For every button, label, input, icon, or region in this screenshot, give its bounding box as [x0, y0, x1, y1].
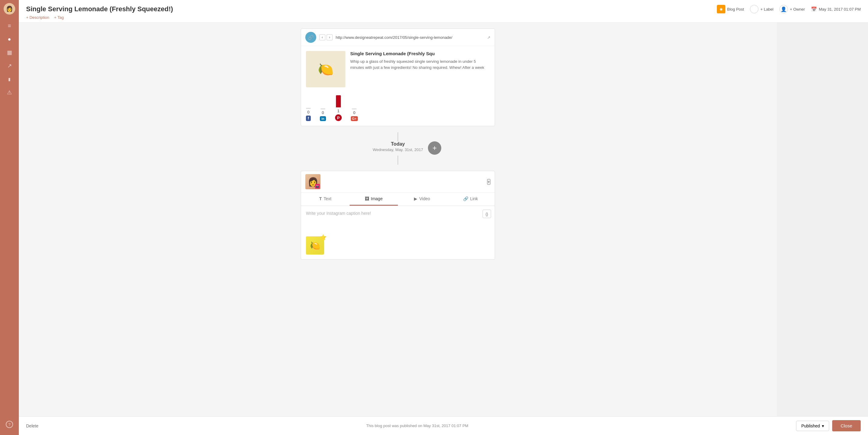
blog-post-button[interactable]: ◉ Blog Post: [717, 5, 744, 13]
blog-post-description: Whip up a glass of freshly squeezed sing…: [350, 59, 490, 70]
blog-post-heading: Single Serving Lemonade (Freshly Squ: [350, 51, 490, 56]
sidebar-icon-list[interactable]: ≡: [4, 20, 15, 32]
alert-icon: ⚠: [7, 89, 12, 96]
pinterest-bar: [336, 95, 341, 107]
external-link-icon[interactable]: ↗: [487, 35, 491, 40]
delete-button[interactable]: Delete: [26, 422, 38, 430]
pinterest-bar-container: [336, 92, 341, 107]
blog-post-text-area: Single Serving Lemonade (Freshly Squ Whi…: [350, 51, 490, 87]
tab-link[interactable]: 🔗 Link: [446, 193, 495, 206]
nav-arrows: ‹ ›: [319, 34, 333, 40]
facebook-bar: [306, 108, 311, 109]
pinterest-count: 1: [337, 109, 339, 113]
stat-linkedin: 0 in: [320, 94, 326, 121]
timeline-today: Today Wednesday, May. 31st, 2017 +: [373, 141, 423, 156]
timeline-line-bottom: [398, 156, 398, 165]
published-label: Published: [801, 424, 820, 428]
stat-pinterest: 1 P: [335, 92, 342, 121]
blog-post-image: 🍋: [306, 51, 345, 87]
date-button[interactable]: 📅 May 31, 2017 01:07 PM: [811, 6, 861, 12]
dropdown-chevron-icon: ▾: [822, 424, 824, 428]
add-tag-link[interactable]: + Tag: [54, 15, 64, 20]
timeline-line-top: [398, 132, 398, 141]
caption-placeholder: Write your Instagram caption here!: [306, 211, 371, 216]
stat-facebook: 0 f: [306, 94, 311, 121]
link-icon: 🔗: [305, 32, 316, 43]
label-icon: [750, 5, 758, 13]
image-thumbnail: 🍋 ⭐: [306, 236, 324, 255]
variable-insert-button[interactable]: {}: [483, 210, 491, 218]
prev-arrow[interactable]: ‹: [319, 34, 326, 40]
video-tab-icon: ▶: [414, 196, 417, 201]
tab-text[interactable]: T Text: [301, 193, 350, 206]
content-area: 🔗 ‹ › http://www.designeatrepeat.com/201…: [19, 23, 868, 416]
url-bar: 🔗 ‹ › http://www.designeatrepeat.com/201…: [301, 29, 495, 46]
instagram-card: 👩 📷 ▾ T Text 🖼 Image: [301, 171, 495, 260]
header: Single Serving Lemonade (Freshly Squeeze…: [19, 0, 868, 23]
tab-image[interactable]: 🖼 Image: [350, 193, 398, 206]
right-panel: [777, 23, 868, 416]
tab-video[interactable]: ▶ Video: [398, 193, 446, 206]
sidebar-icon-help[interactable]: ?: [4, 419, 15, 430]
star-badge: ⭐: [320, 234, 327, 240]
instagram-avatar: 👩 📷: [305, 174, 320, 189]
add-description-link[interactable]: + Description: [26, 15, 49, 20]
published-button[interactable]: Published ▾: [796, 421, 829, 431]
sidebar-icon-analytics[interactable]: ↗: [4, 60, 15, 72]
user-avatar[interactable]: 👩: [4, 3, 15, 14]
content-tabs: T Text 🖼 Image ▶ Video 🔗 Link: [301, 193, 495, 206]
instagram-badge: 📷: [315, 184, 320, 189]
linkedin-icon: in: [320, 116, 326, 121]
pinterest-icon: P: [335, 114, 342, 121]
googleplus-bar: [352, 109, 356, 109]
header-meta: + Description + Tag: [26, 15, 861, 20]
googleplus-count: 0: [353, 110, 355, 115]
owner-icon: 👤: [779, 5, 788, 13]
linkedin-bar-container: [320, 94, 326, 109]
rss-icon: ◉: [717, 5, 725, 13]
caption-tools: {}: [483, 210, 491, 218]
label-button[interactable]: + Label: [750, 5, 773, 13]
linkedin-bar: [320, 109, 326, 109]
link-tab-icon: 🔗: [463, 196, 468, 201]
close-button[interactable]: Close: [832, 420, 861, 431]
page-title: Single Serving Lemonade (Freshly Squeeze…: [26, 5, 173, 13]
today-label: Today: [391, 141, 405, 147]
today-date: Wednesday, May. 31st, 2017: [373, 147, 423, 152]
calendar-icon: 📅: [811, 6, 817, 12]
help-icon: ?: [6, 421, 13, 428]
sidebar-icon-alert[interactable]: ⚠: [4, 87, 15, 98]
googleplus-icon: G+: [351, 116, 358, 121]
bar-chart-icon: ▮: [8, 77, 11, 81]
googleplus-bar-container: [352, 94, 356, 109]
text-tab-icon: T: [319, 196, 322, 201]
calendar-grid-icon: ▦: [7, 49, 12, 56]
timeline-divider: Today Wednesday, May. 31st, 2017 +: [301, 126, 495, 171]
blog-post-card: 🔗 ‹ › http://www.designeatrepeat.com/201…: [301, 29, 495, 126]
add-post-button[interactable]: +: [428, 141, 441, 155]
footer: Delete This blog post was published on M…: [19, 416, 868, 435]
dot-icon: ●: [8, 36, 11, 42]
sidebar-icon-circle[interactable]: ●: [4, 33, 15, 45]
footer-status: This blog post was published on May 31st…: [366, 424, 468, 428]
main-panel: Single Serving Lemonade (Freshly Squeeze…: [19, 0, 868, 435]
linkedin-count: 0: [322, 110, 324, 115]
stat-googleplus: 0 G+: [351, 94, 358, 121]
image-tab-icon: 🖼: [365, 196, 369, 201]
owner-button[interactable]: 👤 + Owner: [779, 5, 805, 13]
next-arrow[interactable]: ›: [327, 34, 333, 40]
content-main: 🔗 ‹ › http://www.designeatrepeat.com/201…: [19, 23, 777, 416]
sidebar-icon-bar-chart[interactable]: ▮: [4, 73, 15, 85]
facebook-bar-container: [306, 94, 311, 109]
facebook-icon: f: [306, 115, 311, 121]
sidebar: 👩 ≡ ● ▦ ↗ ▮ ⚠ ?: [0, 0, 19, 435]
image-thumb-area: 🍋 ⭐: [301, 236, 495, 259]
sidebar-icon-calendar[interactable]: ▦: [4, 47, 15, 58]
footer-right: Published ▾ Close: [796, 420, 861, 431]
account-dropdown[interactable]: ▾: [487, 179, 491, 185]
header-top: Single Serving Lemonade (Freshly Squeeze…: [26, 5, 861, 13]
list-icon: ≡: [8, 23, 11, 29]
trending-icon: ↗: [7, 63, 12, 69]
caption-area: Write your Instagram caption here! {}: [301, 206, 495, 236]
blog-post-stats: 0 f 0 in: [301, 92, 495, 126]
